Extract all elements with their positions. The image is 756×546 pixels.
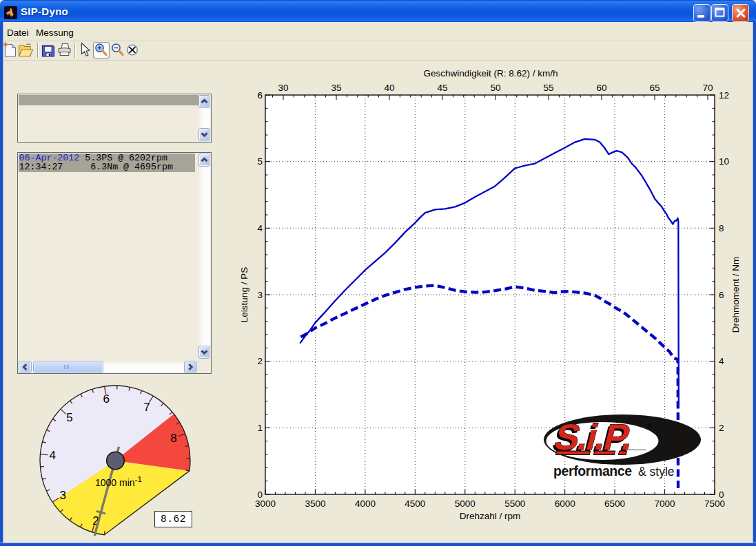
svg-text:& style: & style xyxy=(638,465,675,479)
svg-text:Drehzahl / rpm: Drehzahl / rpm xyxy=(460,511,521,521)
svg-text:4: 4 xyxy=(719,356,724,366)
svg-text:0: 0 xyxy=(257,490,263,500)
svg-text:4500: 4500 xyxy=(405,498,425,509)
svg-text:4: 4 xyxy=(257,223,263,233)
svg-text:5: 5 xyxy=(257,156,263,167)
svg-text:6: 6 xyxy=(719,290,724,300)
svg-text:Drehmoment / Nm: Drehmoment / Nm xyxy=(731,257,741,333)
svg-text:performance: performance xyxy=(553,463,632,479)
svg-text:6: 6 xyxy=(257,90,263,101)
svg-text:70: 70 xyxy=(702,83,713,93)
svg-text:30: 30 xyxy=(278,83,288,93)
svg-text:60: 60 xyxy=(596,83,606,93)
svg-text:2: 2 xyxy=(719,423,724,433)
svg-text:3: 3 xyxy=(257,290,263,300)
svg-text:0: 0 xyxy=(719,490,724,500)
svg-text:7000: 7000 xyxy=(655,498,675,509)
svg-text:6500: 6500 xyxy=(604,498,625,509)
svg-text:Leistung / PS: Leistung / PS xyxy=(239,267,249,322)
svg-text:7500: 7500 xyxy=(704,498,725,509)
svg-text:12: 12 xyxy=(719,90,729,101)
svg-text:4000: 4000 xyxy=(355,498,376,509)
svg-text:65: 65 xyxy=(649,83,660,93)
svg-text:5000: 5000 xyxy=(455,498,476,509)
svg-text:5500: 5500 xyxy=(504,498,525,509)
svg-text:3500: 3500 xyxy=(305,498,325,509)
svg-text:45: 45 xyxy=(437,83,447,93)
svg-text:10: 10 xyxy=(719,156,729,167)
svg-text:Geschwindigkeit (R: 8.62) / km: Geschwindigkeit (R: 8.62) / km/h xyxy=(423,68,558,78)
svg-text:8: 8 xyxy=(719,223,724,233)
svg-text:50: 50 xyxy=(490,83,500,93)
svg-text:55: 55 xyxy=(543,83,553,93)
svg-text:2: 2 xyxy=(257,356,263,366)
svg-text:®: ® xyxy=(646,422,652,430)
svg-text:40: 40 xyxy=(384,83,394,93)
svg-text:6000: 6000 xyxy=(555,498,575,509)
svg-text:35: 35 xyxy=(331,83,341,93)
svg-text:1: 1 xyxy=(257,423,263,433)
svg-text:3000: 3000 xyxy=(255,498,276,509)
